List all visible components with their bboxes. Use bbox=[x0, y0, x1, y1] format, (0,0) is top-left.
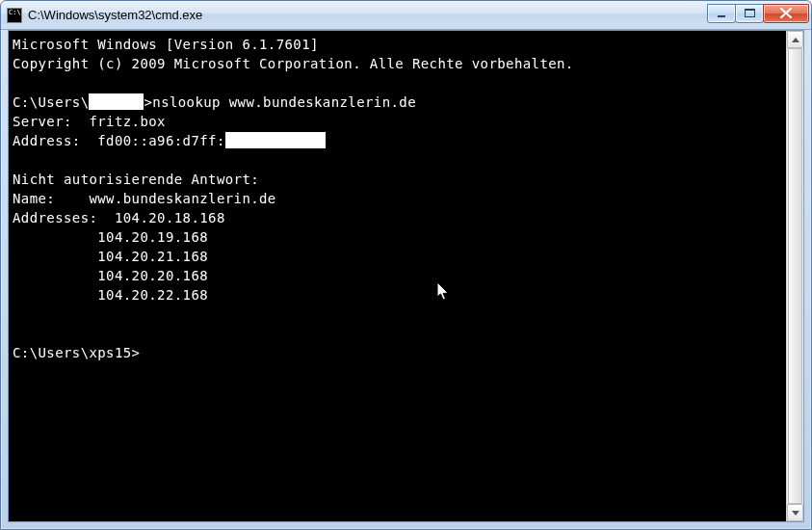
redacted-block bbox=[89, 93, 144, 110]
titlebar[interactable]: C:\Windows\system32\cmd.exe bbox=[1, 1, 811, 30]
console-line bbox=[13, 305, 782, 324]
console-line: 104.20.21.168 bbox=[13, 247, 782, 266]
close-button[interactable] bbox=[763, 4, 809, 23]
window-title: C:\Windows\system32\cmd.exe bbox=[28, 8, 708, 22]
console-line: Copyright (c) 2009 Microsoft Corporation… bbox=[13, 54, 782, 73]
chevron-down-icon bbox=[792, 511, 799, 516]
console-text: Address: fd00::a96:d7ff: bbox=[13, 133, 225, 148]
minimize-button[interactable] bbox=[707, 4, 736, 23]
console-text: >nslookup www.bundeskanzlerin.de bbox=[144, 94, 416, 110]
vertical-scrollbar[interactable] bbox=[786, 31, 803, 521]
scroll-thumb[interactable] bbox=[788, 48, 802, 504]
console-line: Name: www.bundeskanzlerin.de bbox=[13, 189, 782, 208]
svg-rect-2 bbox=[745, 9, 755, 11]
cmd-icon bbox=[7, 8, 22, 23]
scroll-down-button[interactable] bbox=[787, 504, 803, 521]
console-line: Server: fritz.box bbox=[13, 112, 782, 131]
console-line: Nicht autorisierende Antwort: bbox=[13, 170, 782, 189]
console-line: Address: fd00::a96:d7ff: bbox=[13, 131, 782, 150]
maximize-button[interactable] bbox=[735, 4, 764, 23]
redacted-block bbox=[225, 132, 326, 148]
console-line: 104.20.20.168 bbox=[13, 266, 782, 285]
console-line: Addresses: 104.20.18.168 bbox=[13, 208, 782, 227]
console-line: C:\Users\>nslookup www.bundeskanzlerin.d… bbox=[13, 93, 782, 112]
console-text: C:\Users\ bbox=[13, 94, 89, 110]
console-line bbox=[13, 150, 782, 170]
scroll-up-button[interactable] bbox=[787, 31, 803, 48]
maximize-icon bbox=[745, 9, 755, 17]
console-line: Microsoft Windows [Version 6.1.7601] bbox=[13, 35, 782, 54]
console-line bbox=[13, 324, 782, 343]
client-area: Microsoft Windows [Version 6.1.7601]Copy… bbox=[8, 30, 804, 522]
cmd-window: C:\Windows\system32\cmd.exe Microsoft Wi… bbox=[0, 0, 812, 530]
close-icon bbox=[780, 8, 792, 18]
console-output[interactable]: Microsoft Windows [Version 6.1.7601]Copy… bbox=[9, 31, 786, 521]
window-buttons bbox=[708, 4, 809, 23]
console-line: 104.20.22.168 bbox=[13, 285, 782, 305]
console-line: 104.20.19.168 bbox=[13, 227, 782, 247]
scroll-track[interactable] bbox=[787, 48, 803, 504]
console-line: C:\Users\xps15> bbox=[13, 343, 782, 362]
svg-rect-0 bbox=[718, 15, 725, 17]
console-line bbox=[13, 73, 782, 93]
chevron-up-icon bbox=[792, 38, 799, 42]
minimize-icon bbox=[717, 9, 726, 18]
